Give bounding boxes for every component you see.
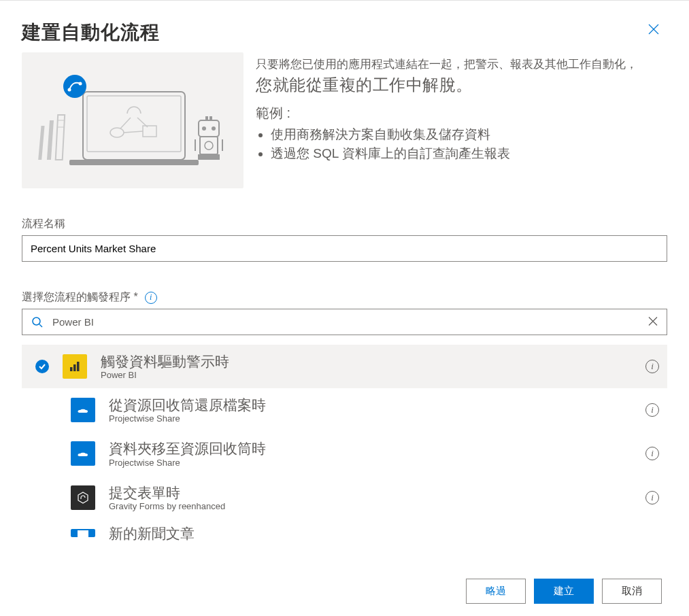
trigger-item-gravity-forms[interactable]: 提交表單時 Gravity Forms by reenhanced i <box>22 476 667 519</box>
automation-illustration-icon <box>22 52 243 188</box>
svg-rect-18 <box>209 116 212 120</box>
trigger-label-row: 選擇您流程的觸發程序 * i <box>22 290 667 305</box>
svg-line-6 <box>120 118 131 129</box>
intro-headline: 您就能從重複的工作中解脫。 <box>256 74 667 96</box>
svg-rect-27 <box>73 364 76 371</box>
trigger-info-button[interactable]: i <box>645 491 659 504</box>
dialog-content: 只要將您已使用的應用程式連結在一起，把警示、報表及其他工作自動化， 您就能從重複… <box>0 48 689 569</box>
skip-button[interactable]: 略過 <box>466 579 526 604</box>
svg-rect-4 <box>143 126 156 137</box>
trigger-text: 觸發資料驅動警示時 Power BI <box>101 353 632 380</box>
example-item: 使用商務解決方案自動收集及儲存資料 <box>271 125 667 145</box>
radio-selected-icon <box>35 360 49 373</box>
svg-point-16 <box>212 126 216 131</box>
trigger-text: 提交表單時 Gravity Forms by reenhanced <box>109 484 632 511</box>
flow-name-label: 流程名稱 <box>22 217 667 231</box>
svg-rect-12 <box>47 120 54 160</box>
trigger-item-news-article[interactable]: 新的新聞文章 <box>22 519 667 542</box>
example-item: 透過您 SQL 資料庫上的自訂查詢產生報表 <box>271 144 667 164</box>
svg-point-10 <box>79 82 82 86</box>
svg-point-15 <box>202 126 206 131</box>
svg-rect-21 <box>198 154 220 160</box>
svg-rect-19 <box>200 137 218 154</box>
trigger-title: 資料夾移至資源回收筒時 <box>109 440 632 457</box>
svg-rect-29 <box>78 530 88 537</box>
close-button[interactable] <box>645 20 662 41</box>
svg-rect-13 <box>56 115 65 160</box>
example-label: 範例 : <box>256 104 667 122</box>
close-icon <box>648 24 659 35</box>
close-icon <box>648 316 658 326</box>
dialog-title: 建置自動化流程 <box>22 20 160 46</box>
trigger-item-projectwise-restore[interactable]: 從資源回收筒還原檔案時 Projectwise Share i <box>22 388 667 432</box>
connector-icon <box>71 529 95 537</box>
flow-name-input[interactable] <box>22 235 667 262</box>
build-automated-flow-dialog: 建置自動化流程 <box>0 0 689 616</box>
trigger-search-input[interactable] <box>22 309 667 335</box>
trigger-text: 從資源回收筒還原檔案時 Projectwise Share <box>109 396 632 424</box>
svg-rect-2 <box>69 160 199 165</box>
trigger-info-button[interactable]: i <box>645 447 659 460</box>
svg-point-20 <box>205 141 213 150</box>
svg-rect-17 <box>205 116 208 120</box>
dialog-header: 建置自動化流程 <box>0 1 689 46</box>
trigger-item-projectwise-recycle[interactable]: 資料夾移至資源回收筒時 Projectwise Share i <box>22 432 667 475</box>
trigger-title: 觸發資料驅動警示時 <box>101 353 632 370</box>
dialog-footer: 略過 建立 取消 <box>0 569 689 616</box>
trigger-subtitle: Projectwise Share <box>109 458 632 468</box>
powerbi-icon <box>63 354 87 379</box>
svg-point-3 <box>110 128 124 137</box>
trigger-text: 新的新聞文章 <box>109 525 659 542</box>
info-icon[interactable]: i <box>145 292 157 304</box>
trigger-info-button[interactable]: i <box>645 360 659 373</box>
search-icon <box>31 316 44 328</box>
intro-section: 只要將您已使用的應用程式連結在一起，把警示、報表及其他工作自動化， 您就能從重複… <box>22 52 667 188</box>
svg-rect-0 <box>83 92 185 160</box>
trigger-title: 新的新聞文章 <box>109 525 659 542</box>
clear-search-button[interactable] <box>648 315 658 329</box>
svg-rect-26 <box>70 367 73 371</box>
trigger-label: 選擇您流程的觸發程序 * <box>22 290 138 305</box>
trigger-title: 從資源回收筒還原檔案時 <box>109 396 632 413</box>
trigger-search-wrap <box>22 309 667 335</box>
trigger-title: 提交表單時 <box>109 484 632 501</box>
trigger-text: 資料夾移至資源回收筒時 Projectwise Share <box>109 440 632 467</box>
projectwise-icon <box>71 441 95 466</box>
example-list: 使用商務解決方案自動收集及儲存資料 透過您 SQL 資料庫上的自訂查詢產生報表 <box>256 125 667 164</box>
trigger-subtitle: Projectwise Share <box>109 413 632 424</box>
trigger-list: 觸發資料驅動警示時 Power BI i 從資源回收筒還原檔案時 Project… <box>22 345 667 542</box>
svg-rect-1 <box>87 96 181 152</box>
trigger-subtitle: Gravity Forms by reenhanced <box>109 501 632 511</box>
svg-line-5 <box>124 131 143 133</box>
projectwise-icon <box>71 398 95 422</box>
svg-point-24 <box>33 318 40 325</box>
trigger-item-powerbi-alert[interactable]: 觸發資料驅動警示時 Power BI i <box>22 345 667 388</box>
svg-point-8 <box>63 75 86 98</box>
svg-rect-14 <box>199 120 219 137</box>
svg-rect-28 <box>77 362 80 371</box>
gravity-forms-icon <box>71 485 95 510</box>
cancel-button[interactable]: 取消 <box>602 579 662 604</box>
svg-rect-11 <box>38 126 44 160</box>
intro-lead: 只要將您已使用的應用程式連結在一起，把警示、報表及其他工作自動化， <box>256 56 667 73</box>
trigger-info-button[interactable]: i <box>645 403 659 417</box>
create-button[interactable]: 建立 <box>534 579 594 604</box>
svg-point-9 <box>68 88 71 92</box>
illustration <box>22 52 243 188</box>
svg-line-25 <box>39 324 42 327</box>
trigger-subtitle: Power BI <box>101 370 632 380</box>
intro-text: 只要將您已使用的應用程式連結在一起，把警示、報表及其他工作自動化， 您就能從重複… <box>256 52 667 164</box>
